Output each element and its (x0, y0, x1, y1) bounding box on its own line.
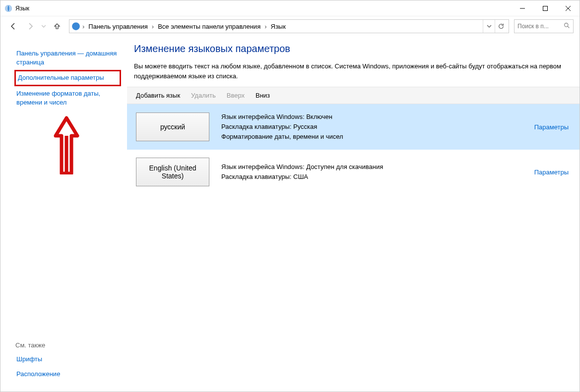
sidebar-link-home[interactable]: Панель управления — домашняя страница (14, 46, 121, 70)
language-tile[interactable]: русский (136, 112, 209, 141)
search-icon (564, 22, 570, 30)
chevron-right-icon: › (263, 23, 267, 30)
annotation-arrow-icon (52, 115, 121, 176)
language-details: Язык интерфейса Windows: Включен Расклад… (209, 112, 534, 142)
see-also-heading: См. также (14, 338, 62, 352)
breadcrumb-item[interactable]: Все элементы панели управления (155, 22, 263, 31)
language-detail-line: Раскладка клавиатуры: США (221, 172, 534, 182)
app-icon (4, 4, 12, 12)
page-description: Вы можете вводить текст на любом языке, … (134, 61, 570, 81)
language-list: русский Язык интерфейса Windows: Включен… (127, 104, 580, 194)
titlebar: Язык (0, 0, 580, 16)
breadcrumb[interactable]: › Панель управления › Все элементы панел… (69, 19, 509, 33)
sidebar-link-location[interactable]: Расположение (14, 367, 62, 382)
close-button[interactable] (557, 0, 580, 16)
sidebar-link-advanced[interactable]: Дополнительные параметры (14, 70, 121, 86)
sidebar-link-fonts[interactable]: Шрифты (14, 352, 62, 367)
language-detail-line: Язык интерфейса Windows: Включен (221, 112, 534, 122)
minimize-button[interactable] (511, 0, 534, 16)
window-title: Язык (15, 5, 29, 12)
forward-button[interactable] (23, 19, 37, 33)
chevron-right-icon: › (151, 23, 155, 30)
language-options-link[interactable]: Параметры (534, 123, 569, 131)
main-panel: Изменение языковых параметров Вы можете … (127, 36, 580, 392)
breadcrumb-item[interactable]: Панель управления (85, 22, 150, 31)
language-tile[interactable]: English (United States) (136, 158, 209, 186)
remove-language-button[interactable]: Удалить (191, 92, 216, 99)
language-detail-line: Форматирование даты, времени и чисел (221, 132, 534, 142)
refresh-button[interactable] (495, 20, 507, 33)
language-details: Язык интерфейса Windows: Доступен для ск… (209, 162, 534, 182)
breadcrumb-item[interactable]: Язык (268, 22, 289, 31)
language-detail-line: Язык интерфейса Windows: Доступен для ск… (221, 162, 534, 172)
sidebar-link-formats[interactable]: Изменение форматов даты, времени и чисел (14, 86, 121, 110)
up-button[interactable] (50, 19, 64, 33)
svg-point-2 (72, 22, 80, 30)
breadcrumb-dropdown[interactable] (483, 20, 495, 33)
language-detail-line: Раскладка клавиатуры: Русская (221, 122, 534, 132)
language-options-link[interactable]: Параметры (534, 168, 569, 176)
svg-point-3 (565, 23, 568, 27)
language-row[interactable]: русский Язык интерфейса Windows: Включен… (127, 104, 580, 150)
breadcrumb-icon (71, 22, 80, 31)
chevron-right-icon: › (81, 23, 85, 30)
language-toolbar: Добавить язык Удалить Вверх Вниз (127, 87, 580, 104)
language-row[interactable]: English (United States) Язык интерфейса … (127, 150, 580, 194)
sidebar: Панель управления — домашняя страница До… (0, 36, 127, 392)
search-input[interactable]: Поиск в п... (514, 19, 574, 33)
recent-locations-dropdown[interactable] (40, 19, 47, 33)
add-language-button[interactable]: Добавить язык (136, 92, 180, 99)
svg-rect-1 (543, 6, 548, 10)
maximize-button[interactable] (534, 0, 557, 16)
search-placeholder: Поиск в п... (517, 23, 564, 30)
back-button[interactable] (6, 19, 20, 33)
move-down-button[interactable]: Вниз (256, 92, 270, 99)
page-title: Изменение языковых параметров (134, 43, 570, 55)
address-bar: › Панель управления › Все элементы панел… (0, 16, 580, 36)
move-up-button[interactable]: Вверх (227, 92, 245, 99)
